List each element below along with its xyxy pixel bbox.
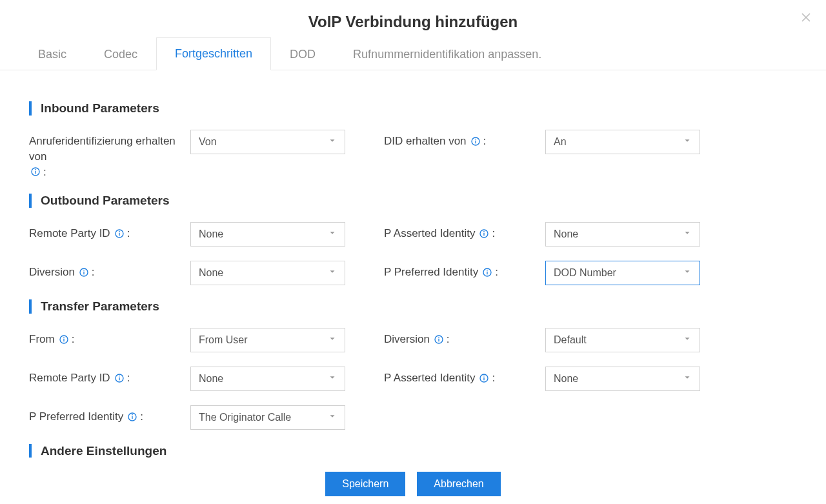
svg-point-2 bbox=[35, 169, 36, 170]
label-inbound-did: DID erhalten von : bbox=[384, 130, 545, 149]
section-other: Andere Einstellungen bbox=[29, 444, 797, 458]
select-out-rpid[interactable]: None bbox=[190, 222, 345, 247]
info-icon[interactable] bbox=[114, 228, 125, 239]
info-icon[interactable] bbox=[114, 373, 125, 383]
select-out-ppi[interactable]: DOD Number bbox=[545, 261, 700, 285]
label-out-rpid: Remote Party ID : bbox=[29, 222, 190, 241]
footer: Speichern Abbrechen bbox=[0, 472, 826, 496]
field-out-ppi: P Preferred Identity : DOD Number bbox=[384, 261, 739, 285]
select-inbound-did[interactable]: An bbox=[545, 130, 700, 154]
field-tr-ppi: P Preferred Identity : The Originator Ca… bbox=[29, 405, 384, 430]
section-outbound: Outbound Parameters bbox=[29, 194, 797, 208]
info-icon[interactable] bbox=[479, 373, 489, 383]
select-value: Default bbox=[554, 334, 587, 346]
field-out-rpid: Remote Party ID : None bbox=[29, 222, 384, 247]
save-button[interactable]: Speichern bbox=[325, 472, 405, 496]
info-icon[interactable] bbox=[482, 267, 492, 277]
svg-point-23 bbox=[438, 337, 439, 338]
chevron-down-icon bbox=[328, 267, 337, 279]
chevron-down-icon bbox=[328, 373, 337, 385]
label-inbound-callerid: Anruferidentifizierung erhalten von : bbox=[29, 130, 190, 179]
svg-point-14 bbox=[83, 270, 85, 271]
section-inbound: Inbound Parameters bbox=[29, 101, 797, 116]
chevron-down-icon bbox=[328, 334, 337, 346]
section-bar-icon bbox=[29, 299, 32, 314]
dialog-title: VoIP Verbindung hinzufügen bbox=[0, 13, 826, 31]
select-out-pai[interactable]: None bbox=[545, 222, 700, 247]
select-tr-from[interactable]: From User bbox=[190, 328, 345, 352]
field-inbound-callerid: Anruferidentifizierung erhalten von : Vo… bbox=[29, 130, 384, 179]
select-tr-pai[interactable]: None bbox=[545, 367, 700, 391]
chevron-down-icon bbox=[683, 267, 692, 279]
select-tr-div[interactable]: Default bbox=[545, 328, 700, 352]
chevron-down-icon bbox=[683, 136, 692, 148]
tab-callerid[interactable]: Rufnummernidentifikation anpassen. bbox=[334, 38, 560, 70]
field-tr-div: Diversion : Default bbox=[384, 328, 739, 352]
svg-point-5 bbox=[475, 139, 476, 140]
select-value: None bbox=[554, 228, 578, 240]
select-out-div[interactable]: None bbox=[190, 261, 345, 285]
section-transfer-title: Transfer Parameters bbox=[41, 299, 159, 314]
field-inbound-did: DID erhalten von : An bbox=[384, 130, 739, 179]
label-tr-div: Diversion : bbox=[384, 328, 545, 347]
svg-point-17 bbox=[487, 270, 488, 271]
info-icon[interactable] bbox=[479, 228, 489, 239]
tab-basic[interactable]: Basic bbox=[19, 38, 85, 70]
field-out-div: Diversion : None bbox=[29, 261, 384, 285]
label-tr-pai: P Asserted Identity : bbox=[384, 367, 545, 386]
tab-dod[interactable]: DOD bbox=[271, 38, 334, 70]
label-tr-ppi: P Preferred Identity : bbox=[29, 405, 190, 425]
field-tr-pai: P Asserted Identity : None bbox=[384, 367, 739, 391]
select-value: The Originator Calle bbox=[199, 412, 291, 423]
section-bar-icon bbox=[29, 194, 32, 208]
chevron-down-icon bbox=[328, 228, 337, 240]
section-outbound-title: Outbound Parameters bbox=[41, 194, 170, 208]
chevron-down-icon bbox=[683, 373, 692, 385]
field-tr-rpid: Remote Party ID : None bbox=[29, 367, 384, 391]
svg-point-20 bbox=[63, 337, 65, 338]
select-tr-ppi[interactable]: The Originator Calle bbox=[190, 405, 345, 430]
chevron-down-icon bbox=[683, 334, 692, 346]
tab-advanced[interactable]: Fortgeschritten bbox=[156, 37, 271, 70]
chevron-down-icon bbox=[328, 136, 337, 148]
info-icon[interactable] bbox=[59, 334, 69, 345]
field-tr-from: From : From User bbox=[29, 328, 384, 352]
info-icon[interactable] bbox=[79, 267, 89, 277]
content: Inbound Parameters Anruferidentifizierun… bbox=[0, 70, 826, 458]
dialog-header: VoIP Verbindung hinzufügen bbox=[0, 0, 826, 37]
info-icon[interactable] bbox=[434, 334, 444, 345]
select-value: None bbox=[199, 228, 223, 240]
tabs: Basic Codec Fortgeschritten DOD Rufnumme… bbox=[0, 37, 826, 70]
label-out-pai: P Asserted Identity : bbox=[384, 222, 545, 241]
svg-point-26 bbox=[119, 376, 120, 377]
section-bar-icon bbox=[29, 101, 32, 116]
chevron-down-icon bbox=[328, 412, 337, 423]
select-value: DOD Number bbox=[554, 267, 616, 279]
label-out-ppi: P Preferred Identity : bbox=[384, 261, 545, 280]
svg-point-8 bbox=[119, 231, 120, 232]
select-value: From User bbox=[199, 334, 248, 346]
label-out-div: Diversion : bbox=[29, 261, 190, 280]
section-other-title: Andere Einstellungen bbox=[41, 444, 166, 458]
select-value: None bbox=[554, 373, 578, 385]
label-tr-from: From : bbox=[29, 328, 190, 347]
section-transfer: Transfer Parameters bbox=[29, 299, 797, 314]
tab-codec[interactable]: Codec bbox=[85, 38, 156, 70]
select-value: None bbox=[199, 373, 223, 385]
info-icon[interactable] bbox=[470, 136, 481, 146]
section-bar-icon bbox=[29, 444, 32, 458]
field-out-pai: P Asserted Identity : None bbox=[384, 222, 739, 247]
close-icon[interactable] bbox=[800, 12, 812, 26]
cancel-button[interactable]: Abbrechen bbox=[417, 472, 500, 496]
select-value: Von bbox=[199, 136, 217, 148]
select-inbound-callerid[interactable]: Von bbox=[190, 130, 345, 154]
section-inbound-title: Inbound Parameters bbox=[41, 101, 159, 116]
dialog: VoIP Verbindung hinzufügen Basic Codec F… bbox=[0, 0, 826, 504]
svg-point-32 bbox=[132, 414, 133, 416]
select-value: None bbox=[199, 267, 223, 279]
info-icon[interactable] bbox=[30, 166, 41, 177]
select-value: An bbox=[554, 136, 567, 148]
label-tr-rpid: Remote Party ID : bbox=[29, 367, 190, 386]
info-icon[interactable] bbox=[127, 412, 137, 422]
select-tr-rpid[interactable]: None bbox=[190, 367, 345, 391]
